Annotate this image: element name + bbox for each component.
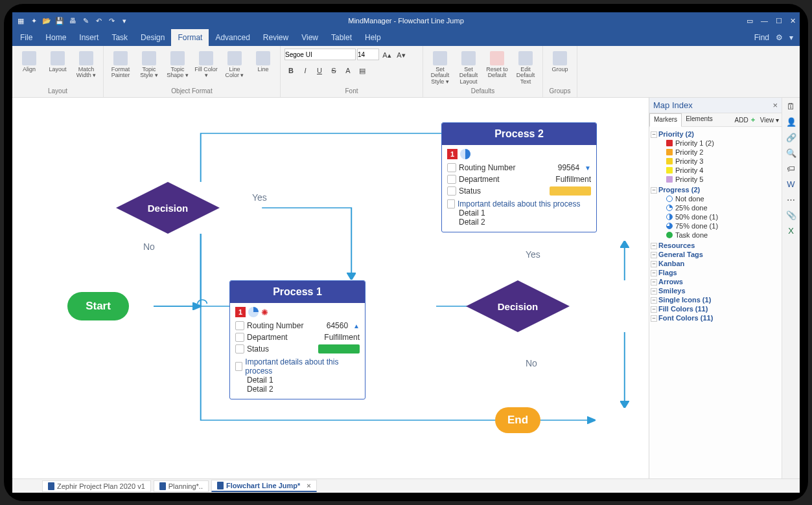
- fill-color-button[interactable]: Fill Color ▾: [193, 49, 219, 79]
- edit-default-text-button[interactable]: Edit Default Text: [513, 49, 539, 85]
- tree-resources[interactable]: Resources: [651, 241, 780, 250]
- collapse-icon[interactable]: ▲: [353, 322, 360, 330]
- process-2-note-header: Important details about this process: [458, 199, 580, 208]
- tree-item[interactable]: Priority 5: [651, 175, 780, 184]
- align-button[interactable]: Align: [16, 49, 42, 73]
- panel-close-icon[interactable]: ×: [772, 100, 778, 110]
- tab-help[interactable]: Help: [358, 29, 388, 46]
- qat-redo-icon[interactable]: ↷: [107, 16, 116, 25]
- tab-close-icon[interactable]: ×: [307, 482, 310, 489]
- process-1-routing-key: Routing Number: [247, 321, 303, 330]
- find-label[interactable]: Find: [754, 33, 769, 42]
- tab-task[interactable]: Task: [105, 29, 134, 46]
- tree-item[interactable]: Task done: [651, 230, 780, 240]
- mapindex-tab-markers[interactable]: Markers: [649, 113, 682, 127]
- doc-tab-2[interactable]: Planning*..: [154, 480, 209, 492]
- collapse-icon[interactable]: ▼: [585, 164, 591, 172]
- strike-button[interactable]: S: [327, 64, 340, 77]
- topic-shape-button[interactable]: Topic Shape ▾: [165, 49, 191, 79]
- tree-general-tags[interactable]: General Tags: [651, 250, 780, 259]
- flow-process-1[interactable]: Process 1 1 ✺ Routing Number64560▲ Depar…: [229, 280, 365, 399]
- layout-button[interactable]: Layout: [45, 49, 71, 73]
- format-painter-button[interactable]: Format Painter: [108, 49, 133, 79]
- topic-style-button[interactable]: Topic Style ▾: [136, 49, 162, 79]
- tree-item[interactable]: Not done: [651, 194, 780, 203]
- bold-button[interactable]: B: [284, 64, 297, 77]
- tree-arrows[interactable]: Arrows: [651, 277, 780, 286]
- highlight-button[interactable]: ▤: [356, 64, 369, 77]
- reset-default-button[interactable]: Reset to Default: [484, 49, 510, 79]
- shrink-font-button[interactable]: A▾: [395, 49, 408, 62]
- qat-brush-icon[interactable]: ✎: [81, 16, 90, 25]
- font-name-input[interactable]: [284, 49, 356, 60]
- tab-design[interactable]: Design: [134, 29, 171, 46]
- flow-end[interactable]: End: [495, 407, 540, 433]
- doc-tab-3[interactable]: Flowchart Line Jump*×: [211, 480, 317, 492]
- set-default-style-button[interactable]: Set Default Style ▾: [427, 49, 453, 85]
- dock-related-icon[interactable]: 🔗: [785, 131, 797, 143]
- flow-decision-1[interactable]: Decision: [116, 182, 220, 234]
- qat-print-icon[interactable]: 🖶: [68, 16, 77, 25]
- tab-format[interactable]: Format: [171, 29, 209, 46]
- line-color-button[interactable]: Line Color ▾: [222, 49, 248, 79]
- ribbon-toggle-icon[interactable]: ▭: [747, 17, 753, 25]
- flow-start[interactable]: Start: [67, 292, 129, 320]
- font-color-button[interactable]: A: [342, 64, 354, 77]
- dock-markers-icon[interactable]: 🏷: [785, 163, 797, 174]
- group-button[interactable]: Group: [547, 49, 573, 73]
- tree-item[interactable]: 50% done (1): [651, 212, 780, 221]
- qat-new-icon[interactable]: ✦: [29, 16, 38, 25]
- tree-flags[interactable]: Flags: [651, 268, 780, 277]
- qat-undo-icon[interactable]: ↶: [94, 16, 103, 25]
- mapindex-view-button[interactable]: View ▾: [760, 117, 779, 124]
- tree-item[interactable]: 25% done: [651, 203, 780, 212]
- qat-dropdown-icon[interactable]: ▾: [120, 16, 129, 25]
- flow-process-2[interactable]: Process 2 1 Routing Number99564▼ Departm…: [441, 122, 597, 232]
- match-width-button[interactable]: Match Width ▾: [73, 49, 99, 79]
- tree-item[interactable]: Priority 4: [651, 166, 780, 175]
- dock-word-icon[interactable]: W: [785, 178, 797, 190]
- tree-font-colors[interactable]: Font Colors (11): [651, 313, 780, 322]
- dock-search-icon[interactable]: 🔍: [785, 147, 797, 159]
- underline-button[interactable]: U: [313, 64, 326, 77]
- tree-progress-header[interactable]: Progress (2): [651, 185, 780, 194]
- qat-open-icon[interactable]: 📂: [42, 16, 51, 25]
- add-plus-icon[interactable]: ＋: [750, 115, 756, 124]
- grow-font-button[interactable]: A▴: [380, 49, 393, 62]
- dock-user-icon[interactable]: 👤: [785, 116, 797, 128]
- mapindex-tab-elements[interactable]: Elements: [682, 113, 717, 126]
- tree-single-icons[interactable]: Single Icons (1): [651, 295, 780, 304]
- mapindex-add-button[interactable]: ADD: [735, 117, 748, 124]
- tree-smileys[interactable]: Smileys: [651, 286, 780, 295]
- dock-task-icon[interactable]: 🗓: [785, 100, 797, 112]
- tab-home[interactable]: Home: [39, 29, 73, 46]
- tree-item[interactable]: Priority 1 (2): [651, 139, 780, 148]
- qat-save-icon[interactable]: 💾: [55, 16, 64, 25]
- dock-excel-icon[interactable]: X: [785, 225, 797, 236]
- tree-kanban[interactable]: Kanban: [651, 259, 780, 268]
- tree-fill-colors[interactable]: Fill Colors (11): [651, 304, 780, 313]
- tree-item[interactable]: 75% done (1): [651, 221, 780, 230]
- set-default-layout-button[interactable]: Set Default Layout: [456, 49, 481, 85]
- tab-insert[interactable]: Insert: [73, 29, 105, 46]
- tab-advanced[interactable]: Advanced: [209, 29, 256, 46]
- tree-item[interactable]: Priority 2: [651, 148, 780, 157]
- collapse-ribbon-icon[interactable]: ▾: [789, 33, 793, 42]
- tab-review[interactable]: Review: [257, 29, 295, 46]
- tab-view[interactable]: View: [295, 29, 325, 46]
- tree-item[interactable]: Priority 3: [651, 157, 780, 166]
- font-size-input[interactable]: [357, 49, 379, 60]
- tree-priority-header[interactable]: Priority (2): [651, 129, 780, 139]
- flow-decision-2[interactable]: Decision: [466, 280, 570, 332]
- italic-button[interactable]: I: [299, 64, 312, 77]
- dock-attach-icon[interactable]: 📎: [785, 209, 797, 221]
- tab-file[interactable]: File: [14, 29, 39, 46]
- line-button[interactable]: Line: [250, 49, 276, 73]
- minimize-icon[interactable]: —: [761, 17, 768, 25]
- maximize-icon[interactable]: ☐: [776, 17, 782, 25]
- close-icon[interactable]: ✕: [790, 17, 796, 25]
- doc-tab-1[interactable]: Zephir Project Plan 2020 v1: [42, 480, 151, 492]
- tab-tablet[interactable]: Tablet: [325, 29, 358, 46]
- dock-more-icon[interactable]: ⋯: [785, 194, 797, 205]
- options-icon[interactable]: ⚙: [776, 33, 783, 42]
